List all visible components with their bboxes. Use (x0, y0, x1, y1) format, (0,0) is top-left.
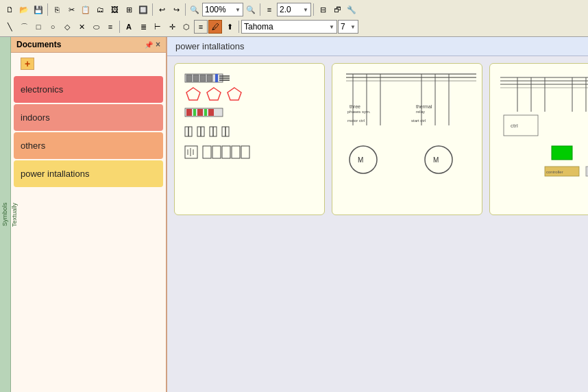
svg-rect-2 (193, 75, 199, 82)
fontsize-combo[interactable]: 7 ▼ (338, 20, 358, 34)
toolbar-row-2: ╲ ⌒ □ ○ ◇ ✕ ⬭ ≡ A ≣ ⊢ ✛ ⬡ ≡ 🖊 ⬆ Tahoma ▼… (1, 19, 587, 35)
sidebar-add-button[interactable]: + (21, 58, 34, 70)
sidebar-add-container: + (11, 53, 166, 75)
svg-rect-34 (241, 146, 249, 158)
zoom-combo[interactable]: 100% ▼ (202, 3, 243, 16)
svg-rect-33 (232, 146, 240, 158)
svg-marker-9 (186, 88, 200, 100)
symbol-card-3: ctrl controller (489, 63, 588, 215)
arrow-tool[interactable]: ⬆ (223, 20, 236, 34)
sidebar-item-label: power intallations (21, 169, 89, 179)
svg-text:start ctrl: start ctrl (411, 119, 426, 123)
svg-rect-14 (193, 109, 196, 116)
fontsize-arrow-icon: ▼ (350, 24, 356, 30)
svg-rect-64 (504, 115, 538, 136)
cross-tool[interactable]: ✕ (75, 20, 88, 34)
window-tile-button[interactable]: ⊟ (316, 3, 330, 16)
sidebar-pin-button[interactable]: 📌 (145, 41, 153, 49)
sep3 (185, 3, 186, 16)
svg-rect-3 (200, 75, 206, 82)
dpi-icon: ≡ (262, 3, 276, 16)
font-size: 7 (341, 22, 345, 32)
symbols-tab[interactable]: Symbols (0, 37, 10, 392)
sidebar-title: Documents (16, 40, 61, 49)
sidebar-header-controls: 📌 × (145, 40, 160, 49)
sidebar-item-power[interactable]: power intallations (14, 160, 163, 187)
dpi-arrow-icon: ▼ (303, 7, 308, 13)
sidebar-item-label: others (21, 140, 45, 151)
font-arrow-icon: ▼ (329, 24, 334, 30)
zoom-out-icon[interactable]: 🔍 (244, 3, 258, 16)
symbol-diagram-2: three phases sym. thermal relay motor ct… (339, 71, 483, 208)
cut-button[interactable]: ✂ (64, 3, 78, 16)
zoom-value: 100% (205, 5, 226, 14)
svg-rect-4 (207, 75, 212, 82)
font-combo[interactable]: Tahoma ▼ (241, 20, 337, 34)
new-button[interactable]: 🗋 (3, 3, 16, 16)
open-button[interactable]: 📂 (17, 3, 31, 16)
content-area: power intallations (167, 37, 588, 392)
select-tool[interactable]: ╲ (3, 20, 16, 34)
symbol-card-2: three phases sym. thermal relay motor ct… (332, 63, 482, 215)
svg-marker-11 (228, 88, 241, 100)
svg-text:three: three (350, 104, 360, 109)
add-icon: + (25, 58, 30, 69)
copy-button[interactable]: ⎘ (50, 3, 64, 16)
font-name: Tahoma (244, 22, 273, 32)
sidebar-header: Documents 📌 × (11, 37, 166, 53)
svg-rect-13 (186, 109, 192, 116)
sep4 (260, 3, 260, 16)
svg-text:motor ctrl: motor ctrl (347, 119, 365, 123)
svg-rect-66 (552, 146, 572, 160)
connector-tool[interactable]: ⊢ (151, 20, 164, 34)
svg-text:M: M (433, 156, 439, 164)
settings-button[interactable]: 🔧 (345, 3, 358, 16)
add-point-tool[interactable]: ✛ (165, 20, 179, 34)
textually-tab[interactable]: Textually (10, 37, 19, 392)
paste-button[interactable]: 📋 (79, 3, 93, 16)
symbol-diagram-1 (182, 71, 326, 208)
shape-tool[interactable]: ⬡ (180, 20, 193, 34)
diamond-tool[interactable]: ◇ (60, 20, 74, 34)
zoom-in-icon: 🔍 (188, 3, 201, 16)
sidebar-item-indoors[interactable]: indoors (14, 104, 163, 131)
sidebar-item-electronics[interactable]: electronics (14, 76, 163, 103)
sep7 (238, 21, 239, 33)
multiline-text-tool[interactable]: ≣ (136, 20, 150, 34)
symbol-diagram-3: ctrl controller (497, 71, 588, 208)
main-area: Symbols Textually Documents 📌 × + electr… (0, 37, 588, 392)
content-title: power intallations (167, 37, 588, 56)
sidebar-item-others[interactable]: others (14, 132, 163, 159)
grid-button[interactable]: ⊞ (122, 3, 136, 16)
frame-button[interactable]: 🔲 (136, 3, 150, 16)
redo-button[interactable]: ↪ (169, 3, 183, 16)
line-tool[interactable]: ≡ (103, 20, 117, 34)
svg-rect-1 (186, 75, 192, 82)
text-tool[interactable]: A (122, 20, 136, 34)
window-cascade-button[interactable]: 🗗 (330, 3, 344, 16)
sidebar-close-button[interactable]: × (156, 40, 160, 49)
save-button[interactable]: 💾 (32, 3, 45, 16)
svg-text:relay: relay (416, 110, 425, 114)
rect-tool[interactable]: □ (32, 20, 45, 34)
import-button[interactable]: 🗂 (93, 3, 107, 16)
svg-marker-10 (207, 88, 221, 100)
sep6 (119, 21, 120, 33)
circle-tool[interactable]: ○ (46, 20, 60, 34)
svg-rect-30 (203, 146, 211, 158)
image-button[interactable]: 🖼 (108, 3, 121, 16)
svg-rect-31 (212, 146, 221, 158)
bus-tool[interactable]: ≡ (194, 20, 208, 34)
content-scroll[interactable]: three phases sym. thermal relay motor ct… (167, 56, 588, 392)
ellipse-tool[interactable]: ⬭ (89, 20, 103, 34)
sidebar-item-label: indoors (21, 112, 50, 123)
symbol-card-1 (174, 63, 325, 215)
svg-rect-17 (208, 109, 214, 116)
sep1 (47, 3, 48, 16)
undo-button[interactable]: ↩ (155, 3, 169, 16)
pointer-tool[interactable]: 🖊 (208, 20, 222, 34)
dpi-combo[interactable]: 2.0 ▼ (277, 3, 311, 16)
sep2 (152, 3, 153, 16)
svg-rect-16 (204, 109, 207, 116)
arc-tool[interactable]: ⌒ (17, 20, 31, 34)
